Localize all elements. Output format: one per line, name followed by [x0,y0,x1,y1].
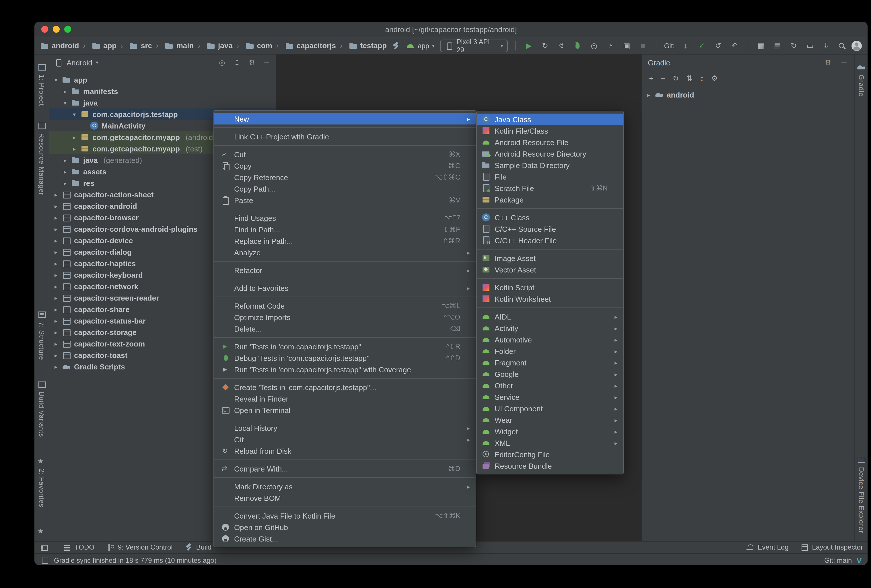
rollback-icon[interactable]: ↶ [729,41,740,50]
tree-chevron-icon[interactable]: ▸ [53,249,59,255]
tab-favorites[interactable]: 2: Favorites [37,456,46,507]
menu-new[interactable]: New ▸ [214,113,476,124]
submenu-item[interactable]: Android Resource Directory [477,148,623,160]
tree-chevron-icon[interactable]: ▸ [53,329,59,335]
minimize-button[interactable] [53,26,60,33]
tree-chevron-icon[interactable]: ▸ [71,134,78,140]
submenu-item[interactable]: Vector Asset [477,264,623,275]
submenu-item[interactable]: Automotive ▸ [477,334,623,346]
submenu-item[interactable]: Other ▸ [477,380,623,391]
context-menu-item[interactable]: Create Gist... [214,533,476,545]
history-icon[interactable]: ↺ [712,41,724,50]
tree-chevron-icon[interactable]: ▸ [53,214,59,221]
context-menu-item[interactable]: Cut ⌘X [214,148,476,160]
context-menu-item[interactable]: Copy ⌘C [214,160,476,172]
submenu-item[interactable]: Image Asset [477,253,623,264]
submenu-item[interactable]: Sample Data Directory [477,160,623,171]
submenu-item[interactable]: Kotlin Script [477,282,623,293]
sdk-manager-icon[interactable]: ⇩ [821,41,832,50]
zoom-button[interactable] [64,26,71,33]
device-manager-icon[interactable]: ▭ [804,41,816,50]
context-menu-item[interactable]: Compare With... ⌘D [214,463,476,474]
context-menu-item[interactable]: Replace in Path... ⇧⌘R [214,235,476,247]
expand-all-icon[interactable]: ⇅ [686,74,693,82]
remove-icon[interactable]: − [661,74,665,82]
tree-chevron-icon[interactable]: ▸ [71,145,78,152]
context-menu-item[interactable]: Reveal in Finder [214,393,476,404]
submenu-item[interactable]: Fragment ▸ [477,357,623,368]
tab-device-file-explorer[interactable]: Device File Explorer [857,455,866,533]
tree-chevron-icon[interactable]: ▸ [53,272,59,278]
tree-chevron-icon[interactable]: ▸ [62,88,68,94]
submenu-item[interactable]: XML ▸ [477,437,623,449]
context-menu-item[interactable]: Paste ⌘V [214,195,476,206]
tree-chevron-icon[interactable]: ▸ [53,317,59,324]
tree-chevron-icon[interactable]: ▸ [53,260,59,266]
version-control-button[interactable]: 9: Version Control [106,543,173,552]
context-menu-item[interactable]: Reload from Disk [214,445,476,456]
tree-chevron-icon[interactable]: ▸ [53,306,59,312]
breadcrumb-item[interactable]: android [40,41,79,50]
context-menu-item[interactable]: Git ▸ [214,434,476,445]
tree-row[interactable]: ▸ manifests [49,85,276,97]
submenu-item[interactable]: File [477,171,623,183]
device-select[interactable]: Pixel 3 API 29 ▾ [440,39,508,52]
tree-chevron-icon[interactable]: ▸ [53,191,59,197]
tree-chevron-icon[interactable]: ▾ [71,111,78,117]
context-menu-item[interactable]: Reformat Code ⌥⌘L [214,300,476,311]
layout-validation-icon[interactable]: ▦ [756,41,766,50]
tab-build-variants[interactable]: Build Variants [37,380,46,437]
profiler-button[interactable]: ◔ [605,41,616,50]
submenu-item[interactable]: Wear ▸ [477,414,623,426]
context-menu-item[interactable]: Local History ▸ [214,422,476,434]
build-button[interactable]: Build [184,543,211,552]
tree-row[interactable]: ▾ app [49,74,276,85]
run-configuration-select[interactable]: app ▾ [406,41,435,50]
tree-chevron-icon[interactable]: ▸ [62,168,68,175]
submenu-item[interactable]: EditorConfig File [477,449,623,460]
breadcrumb-item[interactable]: src [117,41,152,50]
submenu-item[interactable]: Kotlin Worksheet [477,293,623,305]
context-menu-item[interactable]: Find Usages ⌥F7 [214,212,476,224]
submenu-item[interactable]: Scratch File ⇧⌘N [477,183,623,194]
tree-chevron-icon[interactable]: ▸ [53,283,59,289]
submenu-item[interactable]: Android Resource File [477,136,623,148]
build-hammer-icon[interactable] [391,41,401,50]
settings-icon[interactable]: ⚙ [247,58,256,67]
add-icon[interactable]: + [649,74,653,82]
run-with-coverage-icon[interactable]: ◎ [588,41,600,50]
submenu-item[interactable]: Google ▸ [477,368,623,380]
context-menu-item[interactable]: Optimize Imports ^⌥O [214,311,476,323]
breadcrumb-item[interactable]: capacitorjs [272,41,336,50]
tree-chevron-icon[interactable]: ▸ [62,157,68,163]
build-analyzer-icon[interactable]: ▤ [772,41,783,50]
tab-structure[interactable]: 7: Structure [37,310,46,360]
hide-panel-icon[interactable]: ─ [262,58,271,67]
context-menu-item[interactable]: Add to Favorites ▸ [214,282,476,294]
tree-chevron-icon[interactable]: ▸ [53,340,59,347]
breadcrumb-item[interactable]: com [233,41,272,50]
submenu-item[interactable]: Kotlin File/Class [477,125,623,136]
context-menu-item[interactable]: Run 'Tests in 'com.capacitorjs.testapp''… [214,364,476,375]
event-log-button[interactable]: Event Log [745,543,789,552]
apply-ui-changes-icon[interactable]: ▣ [621,41,632,50]
tab-resource-manager[interactable]: Resource Manager [37,121,46,195]
context-menu-item[interactable]: Convert Java File to Kotlin File ⌥⇧⌘K [214,510,476,521]
avatar[interactable] [852,40,862,51]
context-menu-item[interactable]: Open in Terminal [214,404,476,416]
context-menu-item[interactable]: Mark Directory as ▸ [214,481,476,492]
background-tasks-icon[interactable] [40,556,49,565]
collapse-all-icon[interactable]: ↥ [232,58,242,67]
rerun-icon[interactable]: ↻ [540,41,551,50]
stop-button[interactable]: ■ [638,41,649,50]
context-menu-item[interactable]: Remove BOM [214,492,476,504]
submenu-item[interactable]: C++ Class [477,212,623,223]
debug-button[interactable] [572,41,583,50]
tree-chevron-icon[interactable]: ▸ [62,180,68,186]
git-branch-widget[interactable]: Git: main [824,556,852,564]
breadcrumb-item[interactable]: app [79,41,117,50]
settings-icon[interactable]: ⚙ [823,58,832,67]
ideavim-icon[interactable]: V [856,556,862,565]
chevron-down-icon[interactable]: ▾ [96,60,99,66]
update-project-icon[interactable]: ↓ [680,41,691,50]
